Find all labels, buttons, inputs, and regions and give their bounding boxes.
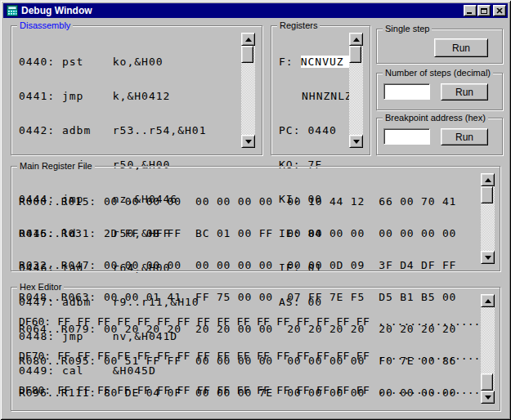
scrollbar-thumb[interactable] bbox=[241, 46, 253, 63]
breakpoint-panel-label: Breakpoint address (hex) bbox=[383, 113, 488, 123]
scrollbar-track[interactable] bbox=[481, 307, 495, 391]
arrow-up-icon bbox=[245, 38, 252, 42]
arrow-down-icon bbox=[245, 140, 252, 144]
flags-value-selected[interactable]: NCNVUZ bbox=[301, 56, 352, 68]
breakpoint-panel: Breakpoint address (hex) Run bbox=[376, 118, 503, 155]
number-of-steps-input[interactable] bbox=[383, 83, 430, 100]
scrollbar-thumb[interactable] bbox=[481, 373, 493, 391]
single-step-run-button[interactable]: Run bbox=[434, 38, 488, 57]
maximize-button[interactable] bbox=[477, 5, 491, 16]
main-register-file-label: Main Register File bbox=[17, 161, 95, 172]
close-button[interactable] bbox=[493, 5, 506, 16]
number-of-steps-run-button[interactable]: Run bbox=[441, 83, 488, 101]
hex-bytes: FF FF FF FF FF FF FF FF FF FF FF FF FF F… bbox=[57, 384, 370, 396]
arrow-up-icon bbox=[485, 178, 491, 182]
flags-value-line2: NHNZNLZ bbox=[279, 91, 352, 102]
close-icon bbox=[496, 8, 503, 14]
flags-register-name: F: bbox=[279, 56, 294, 68]
scroll-up-button[interactable] bbox=[349, 33, 363, 46]
scroll-up-button[interactable] bbox=[481, 173, 495, 186]
disassembly-line[interactable]: 0441: jmp k,&H0412 bbox=[19, 91, 207, 102]
hex-editor-content[interactable]: DF60:FF FF FF FF FF FF FF FF FF FF FF FF… bbox=[19, 293, 480, 420]
scrollbar-track[interactable] bbox=[349, 46, 363, 135]
single-step-panel-label: Single step bbox=[383, 24, 432, 34]
arrow-up-icon bbox=[353, 38, 360, 42]
register-file-row[interactable]: R000..R015:00 00 00 00 00 00 00 00 00 10… bbox=[19, 196, 456, 207]
minimize-icon bbox=[467, 12, 472, 14]
register-bytes: 00 00 00 00 00 00 00 00 00 00 0D 09 3F D… bbox=[104, 259, 456, 271]
disassembly-panel: Disassembly 0440: pst ko,&H00 0441: jmp … bbox=[11, 25, 262, 155]
breakpoint-address-input[interactable] bbox=[383, 128, 430, 145]
hex-address: DF80: bbox=[19, 384, 51, 396]
single-step-panel: Single step Run bbox=[376, 29, 503, 64]
register-name: PC: bbox=[279, 124, 300, 136]
register-range: R016..R031: bbox=[19, 227, 96, 239]
hex-row[interactable]: DF70:FF FF FF FF FF FF FF FF FF FF FF FF… bbox=[19, 351, 480, 362]
arrow-down-icon bbox=[485, 256, 491, 260]
disassembly-scrollbar[interactable] bbox=[241, 33, 255, 148]
main-register-file-scrollbar[interactable] bbox=[481, 173, 495, 264]
number-of-steps-panel-label: Number of steps (decimal) bbox=[383, 68, 493, 78]
flags-register-row: F:NCNVUZ bbox=[279, 56, 352, 68]
maximize-icon bbox=[481, 8, 487, 14]
hex-address: DF70: bbox=[19, 350, 51, 362]
register-range: R032..R047: bbox=[19, 259, 96, 271]
scrollbar-thumb[interactable] bbox=[349, 46, 361, 63]
window-controls bbox=[463, 5, 506, 16]
hex-row[interactable]: DF60:FF FF FF FF FF FF FF FF FF FF FF FF… bbox=[19, 316, 480, 328]
scroll-down-button[interactable] bbox=[481, 251, 495, 264]
scrollbar-thumb[interactable] bbox=[481, 186, 493, 203]
scroll-down-button[interactable] bbox=[349, 135, 363, 148]
hex-editor-panel: Hex Editor DF60:FF FF FF FF FF FF FF FF … bbox=[11, 287, 500, 411]
title-bar[interactable]: Debug Window bbox=[3, 3, 508, 18]
hex-address: DF60: bbox=[19, 315, 51, 328]
breakpoint-run-button[interactable]: Run bbox=[441, 128, 488, 145]
scroll-down-button[interactable] bbox=[481, 391, 495, 404]
hex-bytes: FF FF FF FF FF FF FF FF FF FF FF FF FF F… bbox=[57, 315, 370, 328]
main-register-file-panel: Main Register File R000..R015:00 00 00 0… bbox=[11, 166, 500, 271]
minimize-button[interactable] bbox=[464, 5, 477, 16]
hex-ascii: ................ bbox=[378, 315, 480, 328]
scroll-up-button[interactable] bbox=[241, 33, 255, 46]
arrow-down-icon bbox=[353, 140, 360, 144]
registers-panel: Registers F:NCNVUZ NHNZNLZ PC:0440 KO:7F… bbox=[271, 25, 370, 155]
registers-panel-label: Registers bbox=[277, 20, 320, 31]
scrollbar-track[interactable] bbox=[241, 46, 255, 135]
disassembly-line[interactable]: 0440: pst ko,&H00 bbox=[19, 56, 207, 68]
scroll-up-button[interactable] bbox=[481, 294, 495, 307]
register-bytes: 2D FF 08 FF BC 01 00 FF 00 00 00 00 00 0… bbox=[104, 227, 456, 239]
register-value: 0440 bbox=[307, 124, 336, 136]
hex-ascii: ................ bbox=[378, 350, 480, 362]
scroll-down-button[interactable] bbox=[241, 135, 255, 148]
registers-scrollbar[interactable] bbox=[349, 33, 363, 148]
disassembly-panel-label: Disassembly bbox=[17, 20, 73, 31]
hex-ascii: ................ bbox=[378, 384, 480, 396]
scrollbar-track[interactable] bbox=[481, 186, 495, 251]
arrow-up-icon bbox=[485, 299, 491, 303]
debug-window: Debug Window Disassembly 0440: pst ko,&H… bbox=[0, 0, 511, 420]
register-file-row[interactable]: R016..R031:2D FF 08 FF BC 01 00 FF 00 00… bbox=[19, 228, 456, 239]
hex-bytes: FF FF FF FF FF FF FF FF FF FF FF FF FF F… bbox=[57, 350, 370, 362]
hex-editor-label: Hex Editor bbox=[17, 282, 64, 293]
register-bytes: 00 00 00 00 00 00 00 00 00 10 44 12 66 0… bbox=[104, 195, 456, 208]
hex-editor-scrollbar[interactable] bbox=[481, 294, 495, 404]
hex-row[interactable]: DF80:FF FF FF FF FF FF FF FF FF FF FF FF… bbox=[19, 385, 480, 396]
run-button-label: Run bbox=[455, 132, 473, 143]
arrow-down-icon bbox=[485, 395, 491, 400]
number-of-steps-panel: Number of steps (decimal) Run bbox=[376, 73, 503, 110]
run-button-label: Run bbox=[452, 42, 470, 54]
register-file-row[interactable]: R032..R047:00 00 00 00 00 00 00 00 00 00… bbox=[19, 260, 456, 270]
register-row: PC:0440 bbox=[279, 125, 352, 136]
window-title: Debug Window bbox=[21, 5, 463, 16]
calculator-app-icon bbox=[7, 5, 18, 16]
disassembly-line[interactable]: 0442: adbm r53..r54,&H01 bbox=[19, 125, 207, 136]
run-button-label: Run bbox=[455, 87, 473, 98]
register-range: R000..R015: bbox=[19, 195, 96, 208]
